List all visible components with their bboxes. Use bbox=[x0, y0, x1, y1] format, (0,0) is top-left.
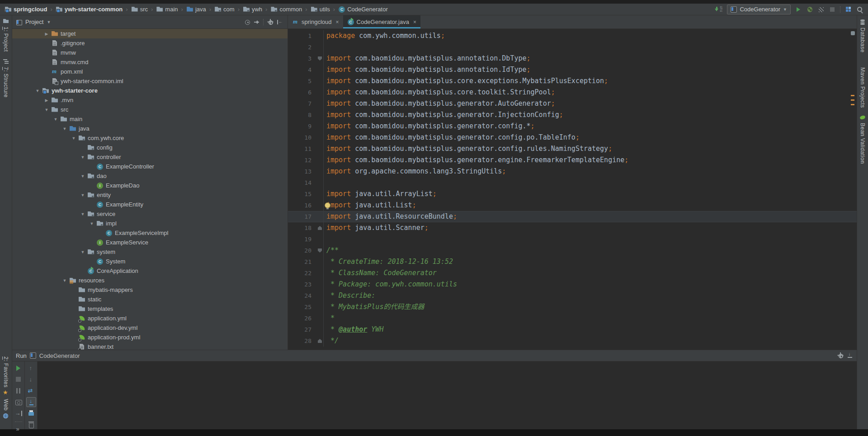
fold-marker-icon[interactable] bbox=[318, 339, 322, 343]
tree-row[interactable]: ExampleController bbox=[12, 162, 288, 171]
breadcrumb-item[interactable]: ywh bbox=[243, 6, 262, 13]
tree-row[interactable]: ▼service bbox=[12, 209, 288, 219]
code-line[interactable]: 5import com.baomidou.mybatisplus.core.ex… bbox=[288, 75, 857, 87]
tree-row[interactable]: ▼src bbox=[12, 105, 288, 114]
tree-row[interactable]: ▼ywh-starter-core bbox=[12, 86, 288, 95]
tree-row[interactable]: mybatis-mappers bbox=[12, 285, 288, 295]
code-line[interactable]: 16import java.util.List; bbox=[288, 200, 857, 211]
expand-arrow-icon[interactable]: ▼ bbox=[60, 278, 69, 283]
expand-arrow-icon[interactable]: ▼ bbox=[78, 212, 87, 216]
print-button[interactable] bbox=[26, 408, 36, 418]
coverage-button[interactable] bbox=[817, 6, 825, 13]
code-line[interactable]: 26 * bbox=[288, 313, 857, 324]
tree-row[interactable]: ▼java bbox=[12, 124, 288, 133]
tree-row[interactable]: ExampleServiceImpl bbox=[12, 228, 288, 238]
run-button[interactable] bbox=[795, 6, 802, 13]
tree-row[interactable]: ExampleDao bbox=[12, 181, 288, 190]
exit-button[interactable] bbox=[14, 408, 24, 418]
tool-window-button-database[interactable]: Database bbox=[859, 19, 866, 52]
update-project-icon[interactable] bbox=[716, 6, 723, 13]
tool-window-button-maven-projects[interactable]: Maven Projects bbox=[859, 59, 866, 108]
code-line[interactable]: 11import com.baomidou.mybatisplus.genera… bbox=[288, 143, 857, 155]
code-line[interactable]: 14 bbox=[288, 177, 857, 188]
tree-row[interactable]: application.yml bbox=[12, 314, 288, 323]
breadcrumb-item[interactable]: springcloud bbox=[5, 6, 47, 13]
project-structure-icon[interactable] bbox=[845, 6, 852, 13]
tree-row[interactable]: application-dev.yml bbox=[12, 323, 288, 333]
error-stripe-mark[interactable] bbox=[851, 95, 854, 96]
tool-window-button-web[interactable]: Web bbox=[3, 399, 9, 419]
close-icon[interactable]: × bbox=[336, 19, 339, 25]
breadcrumb-item[interactable]: utils bbox=[311, 6, 330, 13]
soft-wrap-button[interactable] bbox=[26, 386, 36, 396]
code-line[interactable]: 20/** bbox=[288, 245, 857, 256]
tool-window-button-2-favorites[interactable]: 2: Favorites bbox=[3, 356, 9, 396]
tree-row[interactable]: System bbox=[12, 257, 288, 266]
code-line[interactable]: 23 * Package: com.ywh.common.utils bbox=[288, 279, 857, 290]
fold-marker-icon[interactable] bbox=[318, 226, 322, 230]
code-line[interactable]: 17import java.util.ResourceBundle; bbox=[288, 211, 857, 222]
more-button[interactable] bbox=[14, 425, 24, 435]
breadcrumb-item[interactable]: common bbox=[270, 6, 302, 13]
code-line[interactable]: 21 * CreateTime: 2018-12-16 13:52 bbox=[288, 256, 857, 267]
fold-marker-icon[interactable] bbox=[318, 248, 322, 253]
expand-arrow-icon[interactable]: ▶ bbox=[42, 32, 51, 36]
tree-row[interactable]: ▼impl bbox=[12, 219, 288, 228]
code-line[interactable]: 1package com.ywh.common.utils; bbox=[288, 30, 857, 42]
thread-dump-button[interactable] bbox=[14, 397, 24, 407]
tree-row[interactable]: ▼system bbox=[12, 247, 288, 257]
expand-arrow-icon[interactable]: ▼ bbox=[78, 174, 87, 178]
search-icon[interactable] bbox=[856, 6, 863, 13]
tool-window-button-bean-validation[interactable]: Bean Validation bbox=[859, 114, 866, 164]
locate-file-icon[interactable] bbox=[244, 19, 250, 25]
tree-row[interactable]: templates bbox=[12, 304, 288, 314]
inspection-indicator-icon[interactable] bbox=[851, 31, 855, 35]
gear-icon[interactable] bbox=[837, 352, 844, 359]
tree-row[interactable]: CoreApplication bbox=[12, 266, 288, 276]
expand-arrow-icon[interactable]: ▼ bbox=[33, 89, 42, 93]
tree-row[interactable]: application-prod.yml bbox=[12, 333, 288, 342]
down-stack-trace-button[interactable] bbox=[26, 375, 36, 384]
tree-row[interactable]: ExampleEntity bbox=[12, 200, 288, 209]
error-stripe-mark[interactable] bbox=[851, 104, 854, 105]
code-line[interactable]: 24 * Describe: bbox=[288, 290, 857, 301]
expand-arrow-icon[interactable]: ▼ bbox=[60, 127, 69, 131]
tree-row[interactable]: ▼com.ywh.core bbox=[12, 133, 288, 143]
breadcrumb-item[interactable]: com bbox=[214, 6, 235, 13]
code-line[interactable]: 25 * MybatisPlus的代码生成器 bbox=[288, 301, 857, 313]
code-line[interactable]: 9import com.baomidou.mybatisplus.generat… bbox=[288, 121, 857, 132]
expand-arrow-icon[interactable]: ▼ bbox=[78, 193, 87, 197]
intention-bulb-icon[interactable] bbox=[325, 202, 330, 208]
code-editor[interactable]: 1package com.ywh.common.utils;23import c… bbox=[288, 29, 857, 350]
hide-window-icon[interactable] bbox=[847, 352, 853, 359]
tree-row[interactable]: banner.txt bbox=[12, 342, 288, 350]
breadcrumb-item[interactable]: ywh-starter-common bbox=[56, 6, 123, 13]
code-line[interactable]: 28 */ bbox=[288, 335, 857, 347]
breadcrumb-item[interactable]: java bbox=[186, 6, 206, 13]
code-line[interactable]: 12import com.baomidou.mybatisplus.genera… bbox=[288, 155, 857, 166]
console-output[interactable] bbox=[38, 361, 857, 429]
code-line[interactable]: 4import com.baomidou.mybatisplus.annotat… bbox=[288, 64, 857, 75]
tree-row[interactable]: ▶.mvn bbox=[12, 95, 288, 105]
code-line[interactable]: 10import com.baomidou.mybatisplus.genera… bbox=[288, 132, 857, 143]
stop-button[interactable] bbox=[829, 6, 836, 13]
tree-row[interactable]: ▼dao bbox=[12, 171, 288, 181]
up-stack-trace-button[interactable] bbox=[26, 363, 36, 373]
tree-row[interactable]: ExampleService bbox=[12, 238, 288, 247]
code-line[interactable]: 18import java.util.Scanner; bbox=[288, 222, 857, 234]
code-line[interactable]: 27 * @author YWH bbox=[288, 324, 857, 335]
fold-marker-icon[interactable] bbox=[318, 56, 322, 61]
code-line[interactable]: 22 * ClassName: CodeGenerator bbox=[288, 267, 857, 279]
error-stripe-mark[interactable] bbox=[851, 99, 854, 101]
code-line[interactable]: 3import com.baomidou.mybatisplus.annotat… bbox=[288, 53, 857, 64]
chevron-down-icon[interactable]: ▼ bbox=[47, 20, 51, 24]
tree-row[interactable]: ▶target bbox=[12, 29, 288, 38]
tool-window-button-7-structure[interactable]: 7: Structure bbox=[3, 58, 9, 98]
tree-row[interactable]: ▼resources bbox=[12, 276, 288, 285]
breadcrumb-item[interactable]: main bbox=[156, 6, 178, 13]
hide-panel-icon[interactable] bbox=[277, 19, 283, 25]
tree-row[interactable]: mvnw.cmd bbox=[12, 57, 288, 67]
tree-row[interactable]: ▼controller bbox=[12, 152, 288, 162]
code-line[interactable]: 7import com.baomidou.mybatisplus.generat… bbox=[288, 98, 857, 109]
expand-arrow-icon[interactable]: ▼ bbox=[78, 250, 87, 254]
